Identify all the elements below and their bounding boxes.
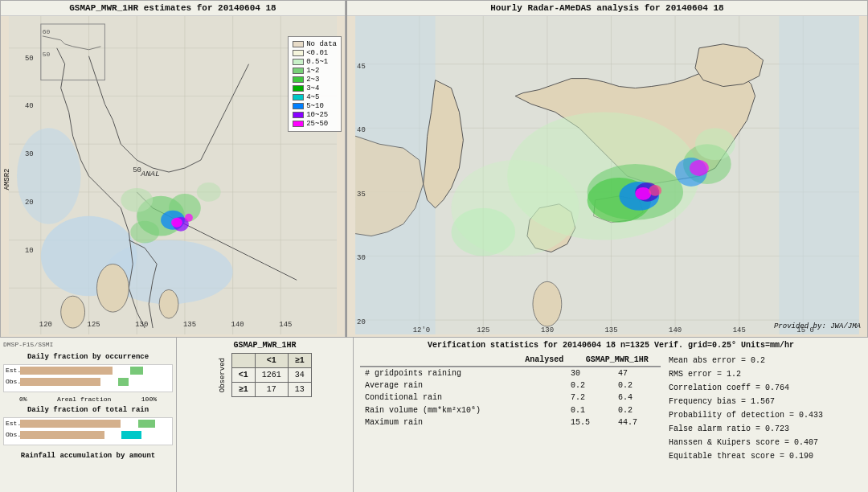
verif-label-2: Conditional rain [360,392,566,404]
verif-analysed-4: 15.5 [566,416,613,428]
svg-point-27 [197,182,221,202]
svg-text:40: 40 [25,102,34,110]
chart2-obs-bar2 [121,431,141,439]
svg-text:130: 130 [541,326,554,334]
svg-point-18 [61,296,85,328]
verif-data-table: # gridpoints raining 30 47 Average rain … [360,367,661,428]
verif-left: Analysed GSMAP_MWR_1HR # gridpoints rain… [360,354,661,463]
dmsp-label: DMSP-F15/SSMI [3,341,173,348]
contingency-val-11: 1261 [255,368,288,383]
svg-text:60: 60 [43,28,51,35]
contingency-row-ge1: ≥1 [231,383,255,397]
chart1-obs-label: Obs. [6,378,21,385]
svg-point-61 [533,281,562,326]
stat-mean-abs-error: Mean abs error = 0.2 [669,354,862,367]
stat-corr-coeff: Correlation coeff = 0.764 [669,381,862,395]
verif-row-3: Rain volume (mm*km²x10⁶) 0.1 0.2 [360,404,661,416]
contingency-row-lt1: <1 [231,368,255,383]
left-map-canvas: AMSR2 [1,16,345,334]
verif-content: Analysed GSMAP_MWR_1HR # gridpoints rain… [360,354,862,463]
svg-text:45: 45 [357,63,366,71]
stat-equitable-threat: Equitable threat score = 0.190 [669,449,862,463]
svg-point-26 [121,188,153,212]
amsr2-label: AMSR2 [3,168,11,190]
right-map-canvas: 45 40 35 30 20 12'0 125 130 135 140 145 … [347,16,867,334]
verif-col-analysed-header: Analysed [515,354,573,367]
verif-gsmap-4: 44.7 [613,416,661,428]
svg-text:135: 135 [605,326,618,334]
verif-stats: Mean abs error = 0.2 RMS error = 1.2 Cor… [669,354,862,463]
svg-point-25 [185,214,193,222]
bottom-left-panel: DMSP-F15/SSMI Daily fraction by occurren… [0,338,177,492]
verif-analysed-2: 7.2 [566,392,613,404]
left-map-title: GSMAP_MWR_1HR estimates for 20140604 18 [1,1,345,16]
verif-title: Verification statistics for 20140604 18 … [360,341,862,350]
svg-point-19 [159,289,178,318]
bottom-middle-panel: GSMAP_MWR_1HR Observed <1 ≥1 <1 1261 34 [177,338,354,492]
svg-rect-60 [779,16,858,334]
chart1-est-label: Est. [6,367,21,374]
chart2-est-bar2 [138,420,155,428]
contingency-val-22: 13 [288,383,311,397]
svg-text:140: 140 [231,321,244,329]
chart2-title: Daily fraction of total rain [3,406,173,414]
legend: No data <0.01 0.5~1 1~2 2~3 3~4 4~5 5~10… [288,36,342,132]
svg-text:40: 40 [357,126,366,134]
axis-mid: Areal fraction [57,396,111,403]
stat-prob-detection: Probability of detection = 0.433 [669,408,862,422]
stat-hanssen-kuipers: Hanssen & Kuipers score = 0.407 [669,436,862,449]
verif-gsmap-1: 0.2 [613,379,661,392]
chart1-obs-bar [20,378,100,386]
svg-text:140: 140 [669,326,682,334]
svg-text:35: 35 [357,191,366,199]
obs-vertical-label: Observed [218,358,228,392]
verif-label-4: Maximum rain [360,416,566,428]
svg-point-74 [695,128,735,160]
contingency-col-ge1: ≥1 [288,354,311,368]
chart1-axis: 0% Areal fraction 100% [3,396,173,403]
right-map-title: Hourly Radar-AMeDAS analysis for 2014060… [347,1,867,16]
svg-point-28 [130,221,159,244]
verif-col-gsmap-header: GSMAP_MWR_1HR [573,354,661,367]
right-map-svg: 45 40 35 30 20 12'0 125 130 135 140 145 … [347,16,867,334]
verif-row-1: Average rain 0.2 0.2 [360,379,661,392]
contingency-wrapper: Observed <1 ≥1 <1 1261 34 ≥1 1 [218,353,312,397]
right-map-panel: Hourly Radar-AMeDAS analysis for 2014060… [346,0,868,338]
bottom-right-panel: Verification statistics for 20140604 18 … [354,338,868,492]
svg-text:10: 10 [25,247,34,255]
verif-gsmap-3: 0.2 [613,404,661,416]
chart2-obs-bar [20,431,104,439]
chart1-est-bar [20,367,113,375]
svg-text:145: 145 [279,321,292,329]
svg-text:50: 50 [43,51,51,58]
verif-row-0: # gridpoints raining 30 47 [360,367,661,379]
svg-point-24 [171,218,182,228]
verif-analysed-1: 0.2 [566,379,613,392]
chart1-title: Daily fraction by occurrence [3,353,173,361]
svg-text:ANAL: ANAL [140,170,160,178]
contingency-val-12: 34 [288,368,311,383]
svg-text:120: 120 [39,321,52,329]
svg-text:125: 125 [88,321,100,329]
chart2-est-label: Est. [6,420,21,427]
verif-analysed-3: 0.1 [566,404,613,416]
chart2-est-bar [20,420,121,428]
contingency-col-lt1: <1 [255,354,288,368]
verif-label-3: Rain volume (mm*km²x10⁶) [360,404,566,416]
svg-point-68 [635,187,651,200]
svg-text:130: 130 [135,321,148,329]
svg-text:135: 135 [183,321,196,329]
stat-false-alarm-ratio: False alarm ratio = 0.723 [669,422,862,436]
svg-text:30: 30 [357,254,366,262]
main-container: GSMAP_MWR_1HR estimates for 20140604 18 … [0,0,868,492]
verif-col-label-header [360,354,515,367]
svg-text:12'0: 12'0 [413,326,430,334]
verif-analysed-0: 30 [566,367,613,379]
chart2-area: Est. Obs. [3,417,173,445]
contingency-header-empty [231,354,255,368]
svg-text:125: 125 [477,326,489,334]
verif-row-2: Conditional rain 7.2 6.4 [360,392,661,404]
verif-gsmap-2: 6.4 [613,392,661,404]
svg-text:30: 30 [25,150,34,158]
provided-by-label: Provided by: JWA/JMA [774,322,861,330]
